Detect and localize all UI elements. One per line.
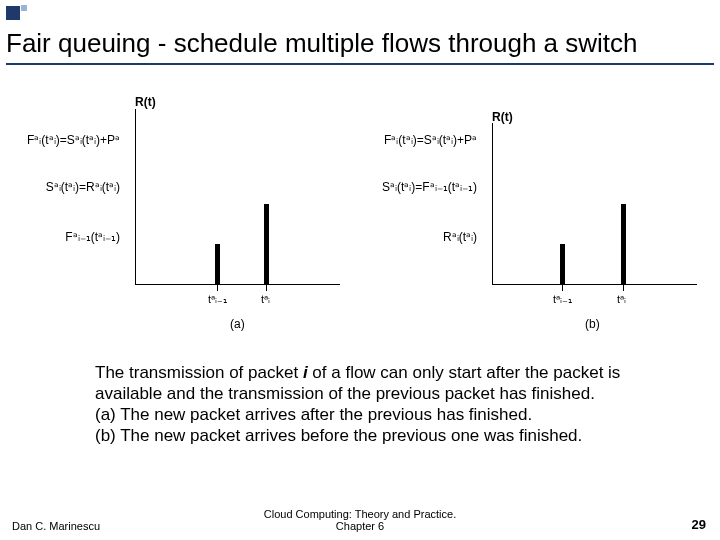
y-left-label: Sᵃᵢ(tᵃᵢ)=Rᵃᵢ(tᵃᵢ) bbox=[46, 180, 120, 194]
x-tick bbox=[623, 284, 624, 291]
slide: Fair queuing - schedule multiple flows t… bbox=[0, 0, 720, 540]
y-left-label: Fᵃᵢ₋₁(tᵃᵢ₋₁) bbox=[65, 230, 120, 244]
body-text: The transmission of packet i of a flow c… bbox=[95, 362, 685, 446]
bar-new bbox=[621, 204, 626, 284]
square-icon bbox=[6, 6, 20, 20]
footer-title-l1: Cloud Computing: Theory and Practice. bbox=[264, 508, 456, 520]
bar-new bbox=[264, 204, 269, 284]
bar-prev bbox=[560, 244, 565, 284]
body-p1a: The transmission of packet bbox=[95, 363, 303, 382]
body-p3: (b) The new packet arrives before the pr… bbox=[95, 426, 582, 445]
y-left-label: Fᵃᵢ(tᵃᵢ)=Sᵃᵢ(tᵃᵢ)+Pᵃ bbox=[27, 133, 120, 147]
slide-bullet-decoration bbox=[6, 6, 30, 24]
y-left-label: Fᵃᵢ(tᵃᵢ)=Sᵃᵢ(tᵃᵢ)+Pᵃ bbox=[384, 133, 477, 147]
y-axis bbox=[135, 109, 136, 284]
page-number: 29 bbox=[692, 517, 706, 532]
chart-caption: (a) bbox=[230, 317, 245, 331]
page-title: Fair queuing - schedule multiple flows t… bbox=[6, 28, 714, 65]
x-tick bbox=[217, 284, 218, 291]
y-axis-label: R(t) bbox=[492, 110, 513, 124]
x-axis bbox=[135, 284, 340, 285]
x-tick bbox=[266, 284, 267, 291]
footer-title-l2: Chapter 6 bbox=[336, 520, 384, 532]
bar-prev bbox=[215, 244, 220, 284]
x-axis bbox=[492, 284, 697, 285]
x-tick-label: tᵃᵢ₋₁ bbox=[553, 293, 572, 306]
y-left-label: Rᵃᵢ(tᵃᵢ) bbox=[443, 230, 477, 244]
x-tick bbox=[562, 284, 563, 291]
chart-caption: (b) bbox=[585, 317, 600, 331]
y-axis-label: R(t) bbox=[135, 95, 156, 109]
x-tick-label: tᵃᵢ bbox=[261, 293, 270, 306]
x-tick-label: tᵃᵢ₋₁ bbox=[208, 293, 227, 306]
square-icon bbox=[21, 5, 27, 11]
body-p2: (a) The new packet arrives after the pre… bbox=[95, 405, 532, 424]
y-axis bbox=[492, 123, 493, 284]
footer-title: Cloud Computing: Theory and Practice. Ch… bbox=[0, 508, 720, 532]
chart-area: R(t) Fᵃᵢ(tᵃᵢ)=Sᵃᵢ(tᵃᵢ)+Pᵃ Sᵃᵢ(tᵃᵢ)=Rᵃᵢ(t… bbox=[0, 95, 720, 345]
y-left-label: Sᵃᵢ(tᵃᵢ)=Fᵃᵢ₋₁(tᵃᵢ₋₁) bbox=[382, 180, 477, 194]
x-tick-label: tᵃᵢ bbox=[617, 293, 626, 306]
